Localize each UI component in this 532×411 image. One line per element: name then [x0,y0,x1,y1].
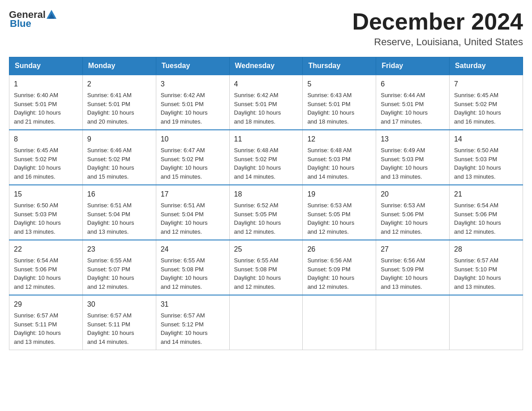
table-cell: 7Sunrise: 6:45 AMSunset: 5:02 PMDaylight… [450,75,523,130]
header-saturday: Saturday [450,57,523,75]
day-info: Sunrise: 6:50 AMSunset: 5:03 PMDaylight:… [14,201,78,236]
day-number: 13 [381,134,445,145]
day-info: Sunrise: 6:56 AMSunset: 5:09 PMDaylight:… [381,256,445,291]
day-number: 16 [87,189,151,200]
logo: General Blue [9,9,57,30]
logo-icon [46,9,57,21]
day-info: Sunrise: 6:51 AMSunset: 5:04 PMDaylight:… [87,201,151,236]
day-number: 27 [381,244,445,255]
day-info: Sunrise: 6:41 AMSunset: 5:01 PMDaylight:… [87,91,151,126]
table-cell: 9Sunrise: 6:46 AMSunset: 5:02 PMDaylight… [82,130,156,185]
table-cell: 30Sunrise: 6:57 AMSunset: 5:11 PMDayligh… [82,295,156,350]
day-number: 28 [454,244,518,255]
day-number: 26 [307,244,371,255]
day-info: Sunrise: 6:48 AMSunset: 5:03 PMDaylight:… [307,146,371,181]
day-info: Sunrise: 6:45 AMSunset: 5:02 PMDaylight:… [454,91,518,126]
day-number: 3 [161,79,225,90]
day-info: Sunrise: 6:46 AMSunset: 5:02 PMDaylight:… [87,146,151,181]
day-info: Sunrise: 6:50 AMSunset: 5:03 PMDaylight:… [454,146,518,181]
table-cell: 27Sunrise: 6:56 AMSunset: 5:09 PMDayligh… [376,240,450,295]
day-number: 30 [87,299,151,310]
day-info: Sunrise: 6:54 AMSunset: 5:06 PMDaylight:… [14,256,78,291]
day-number: 1 [14,79,78,90]
week-row-2: 8Sunrise: 6:45 AMSunset: 5:02 PMDaylight… [9,130,523,185]
day-number: 25 [234,244,298,255]
day-number: 5 [307,79,371,90]
table-cell: 11Sunrise: 6:48 AMSunset: 5:02 PMDayligh… [229,130,303,185]
table-cell: 28Sunrise: 6:57 AMSunset: 5:10 PMDayligh… [450,240,523,295]
day-number: 15 [14,189,78,200]
week-row-4: 22Sunrise: 6:54 AMSunset: 5:06 PMDayligh… [9,240,523,295]
day-info: Sunrise: 6:53 AMSunset: 5:06 PMDaylight:… [381,201,445,236]
week-row-1: 1Sunrise: 6:40 AMSunset: 5:01 PMDaylight… [9,75,523,130]
table-cell: 18Sunrise: 6:52 AMSunset: 5:05 PMDayligh… [229,185,303,240]
day-info: Sunrise: 6:55 AMSunset: 5:08 PMDaylight:… [161,256,225,291]
header-thursday: Thursday [303,57,376,75]
day-number: 2 [87,79,151,90]
day-info: Sunrise: 6:57 AMSunset: 5:12 PMDaylight:… [161,311,225,346]
table-cell: 10Sunrise: 6:47 AMSunset: 5:02 PMDayligh… [156,130,229,185]
table-cell: 20Sunrise: 6:53 AMSunset: 5:06 PMDayligh… [376,185,450,240]
day-number: 12 [307,134,371,145]
table-cell: 22Sunrise: 6:54 AMSunset: 5:06 PMDayligh… [9,240,83,295]
day-number: 14 [454,134,518,145]
day-number: 18 [234,189,298,200]
table-cell: 4Sunrise: 6:42 AMSunset: 5:01 PMDaylight… [229,75,303,130]
day-info: Sunrise: 6:52 AMSunset: 5:05 PMDaylight:… [234,201,298,236]
day-info: Sunrise: 6:51 AMSunset: 5:04 PMDaylight:… [161,201,225,236]
table-cell: 26Sunrise: 6:56 AMSunset: 5:09 PMDayligh… [303,240,376,295]
day-number: 11 [234,134,298,145]
day-info: Sunrise: 6:49 AMSunset: 5:03 PMDaylight:… [381,146,445,181]
table-cell: 24Sunrise: 6:55 AMSunset: 5:08 PMDayligh… [156,240,229,295]
day-info: Sunrise: 6:43 AMSunset: 5:01 PMDaylight:… [307,91,371,126]
table-cell [376,295,450,350]
header-wednesday: Wednesday [229,57,303,75]
day-info: Sunrise: 6:44 AMSunset: 5:01 PMDaylight:… [381,91,445,126]
day-number: 4 [234,79,298,90]
day-number: 23 [87,244,151,255]
day-info: Sunrise: 6:53 AMSunset: 5:05 PMDaylight:… [307,201,371,236]
table-cell: 19Sunrise: 6:53 AMSunset: 5:05 PMDayligh… [303,185,376,240]
calendar-table: Sunday Monday Tuesday Wednesday Thursday… [9,57,523,350]
table-cell: 6Sunrise: 6:44 AMSunset: 5:01 PMDaylight… [376,75,450,130]
logo-blue-text: Blue [10,18,31,30]
table-cell: 23Sunrise: 6:55 AMSunset: 5:07 PMDayligh… [82,240,156,295]
day-number: 31 [161,299,225,310]
table-cell: 16Sunrise: 6:51 AMSunset: 5:04 PMDayligh… [82,185,156,240]
table-cell: 21Sunrise: 6:54 AMSunset: 5:06 PMDayligh… [450,185,523,240]
day-info: Sunrise: 6:54 AMSunset: 5:06 PMDaylight:… [454,201,518,236]
table-cell: 14Sunrise: 6:50 AMSunset: 5:03 PMDayligh… [450,130,523,185]
day-info: Sunrise: 6:56 AMSunset: 5:09 PMDaylight:… [307,256,371,291]
table-cell: 31Sunrise: 6:57 AMSunset: 5:12 PMDayligh… [156,295,229,350]
table-cell: 17Sunrise: 6:51 AMSunset: 5:04 PMDayligh… [156,185,229,240]
day-number: 8 [14,134,78,145]
week-row-5: 29Sunrise: 6:57 AMSunset: 5:11 PMDayligh… [9,295,523,350]
table-cell: 3Sunrise: 6:42 AMSunset: 5:01 PMDaylight… [156,75,229,130]
day-number: 19 [307,189,371,200]
day-number: 20 [381,189,445,200]
table-cell: 8Sunrise: 6:45 AMSunset: 5:02 PMDaylight… [9,130,83,185]
day-info: Sunrise: 6:55 AMSunset: 5:07 PMDaylight:… [87,256,151,291]
day-info: Sunrise: 6:40 AMSunset: 5:01 PMDaylight:… [14,91,78,126]
table-cell: 12Sunrise: 6:48 AMSunset: 5:03 PMDayligh… [303,130,376,185]
table-cell: 5Sunrise: 6:43 AMSunset: 5:01 PMDaylight… [303,75,376,130]
day-number: 29 [14,299,78,310]
day-number: 17 [161,189,225,200]
week-row-3: 15Sunrise: 6:50 AMSunset: 5:03 PMDayligh… [9,185,523,240]
table-cell: 29Sunrise: 6:57 AMSunset: 5:11 PMDayligh… [9,295,83,350]
header-tuesday: Tuesday [156,57,229,75]
day-info: Sunrise: 6:42 AMSunset: 5:01 PMDaylight:… [234,91,298,126]
weekday-header-row: Sunday Monday Tuesday Wednesday Thursday… [9,57,523,75]
day-number: 21 [454,189,518,200]
day-info: Sunrise: 6:42 AMSunset: 5:01 PMDaylight:… [161,91,225,126]
day-number: 24 [161,244,225,255]
day-number: 6 [381,79,445,90]
day-number: 9 [87,134,151,145]
page-title: December 2024 [352,9,523,34]
header-monday: Monday [82,57,156,75]
page-header: General Blue December 2024 Reserve, Loui… [9,9,523,48]
day-number: 10 [161,134,225,145]
page-subtitle: Reserve, Louisiana, United States [352,36,523,48]
day-info: Sunrise: 6:48 AMSunset: 5:02 PMDaylight:… [234,146,298,181]
table-cell [450,295,523,350]
